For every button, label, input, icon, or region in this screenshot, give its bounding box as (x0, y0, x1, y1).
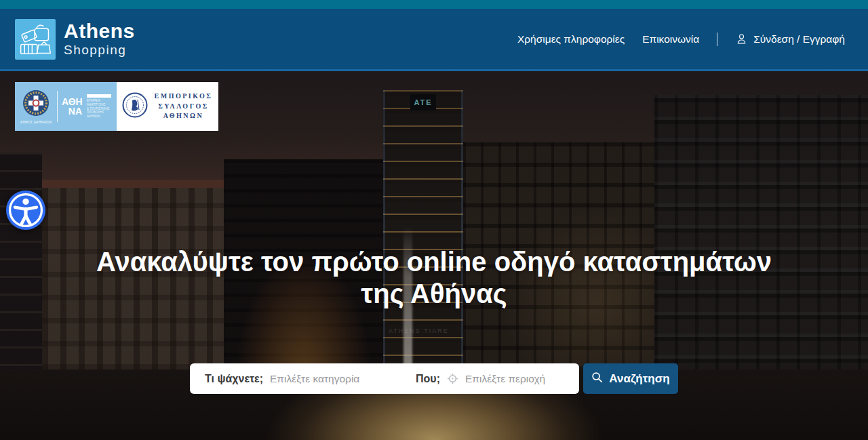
category-input[interactable] (270, 373, 406, 385)
search-bar: Τι ψάχνετε; Που; (0, 363, 868, 394)
search-button-label: Αναζήτηση (609, 372, 669, 386)
athina-agency-logo: ΔΗΜΟΣ ΑΘΗΝΑΙΩΝ ΑΘΗ ΝΑ ΕΤΑΙΡΕΙΑ ΑΝΑΠΤΥΞΗΣ… (15, 82, 117, 131)
hero-heading-line2: της Αθήνας (0, 278, 868, 310)
hero-heading-line1: Ανακαλύψτε τον πρώτο online οδηγό καταστ… (0, 246, 868, 278)
athina-acronym: ΑΘΗ ΝΑ (62, 97, 82, 116)
esa-seal-icon (122, 92, 148, 121)
site-header: Athens Shopping Χρήσιμες πληροφορίες Επι… (0, 9, 868, 69)
municipality-emblem-icon (22, 89, 50, 119)
area-field[interactable]: Που; (406, 363, 601, 394)
hero-section: ΑΤΕ ATHENS TIARE (0, 71, 868, 440)
esa-name: ΕΜΠΟΡΙΚΟΣ ΣΥΛΛΟΓΟΣ ΑΘΗΝΩΝ (153, 92, 214, 121)
top-strip (0, 0, 868, 9)
shopping-bags-icon (15, 19, 56, 60)
athina-org: ΕΤΑΙΡΕΙΑ ΑΝΑΠΤΥΞΗΣ & ΤΟΥΡΙΣΤΙΚΗΣ ΠΡΟΒΟΛΗ… (87, 94, 111, 118)
nav-contact[interactable]: Επικοινωνία (642, 33, 699, 45)
partner-banner: ΔΗΜΟΣ ΑΘΗΝΑΙΩΝ ΑΘΗ ΝΑ ΕΤΑΙΡΕΙΑ ΑΝΑΠΤΥΞΗΣ… (15, 82, 218, 131)
athina-bar (87, 94, 111, 98)
accessibility-icon (5, 221, 46, 233)
nav-separator (717, 33, 717, 46)
crosshair-location-icon (447, 373, 458, 384)
nav-useful-info[interactable]: Χρήσιμες πληροφορίες (517, 33, 625, 45)
brand-logo[interactable]: Athens Shopping (15, 19, 135, 60)
user-icon (735, 33, 748, 45)
nav-login-register[interactable]: Σύνδεση / Εγγραφή (735, 33, 845, 45)
accessibility-button[interactable] (5, 190, 46, 231)
area-input[interactable] (465, 373, 601, 385)
hero-heading: Ανακαλύψτε τον πρώτο online οδηγό καταστ… (0, 246, 868, 310)
municipality-label: ΔΗΜΟΣ ΑΘΗΝΑΙΩΝ (20, 121, 52, 124)
brand-title: Athens (64, 20, 135, 42)
page: Athens Shopping Χρήσιμες πληροφορίες Επι… (0, 0, 868, 440)
area-label: Που; (416, 373, 440, 385)
main-nav: Χρήσιμες πληροφορίες Επικοινωνία Σύνδεση… (517, 33, 845, 46)
search-button[interactable]: Αναζήτηση (583, 363, 678, 394)
search-icon (591, 372, 603, 386)
brand-text: Athens Shopping (64, 20, 135, 58)
athina-org-text: ΕΤΑΙΡΕΙΑ ΑΝΑΠΤΥΞΗΣ & ΤΟΥΡΙΣΤΙΚΗΣ ΠΡΟΒΟΛΗ… (87, 99, 111, 118)
category-field[interactable]: Τι ψάχνετε; (190, 363, 406, 394)
category-label: Τι ψάχνετε; (205, 373, 263, 385)
search-panel: Τι ψάχνετε; Που; (190, 363, 579, 394)
brand-subtitle: Shopping (64, 43, 135, 58)
esa-logo: ΕΜΠΟΡΙΚΟΣ ΣΥΛΛΟΓΟΣ ΑΘΗΝΩΝ (117, 82, 218, 131)
nav-login-label: Σύνδεση / Εγγραφή (753, 33, 845, 45)
municipality-emblem: ΔΗΜΟΣ ΑΘΗΝΑΙΩΝ (20, 89, 52, 124)
